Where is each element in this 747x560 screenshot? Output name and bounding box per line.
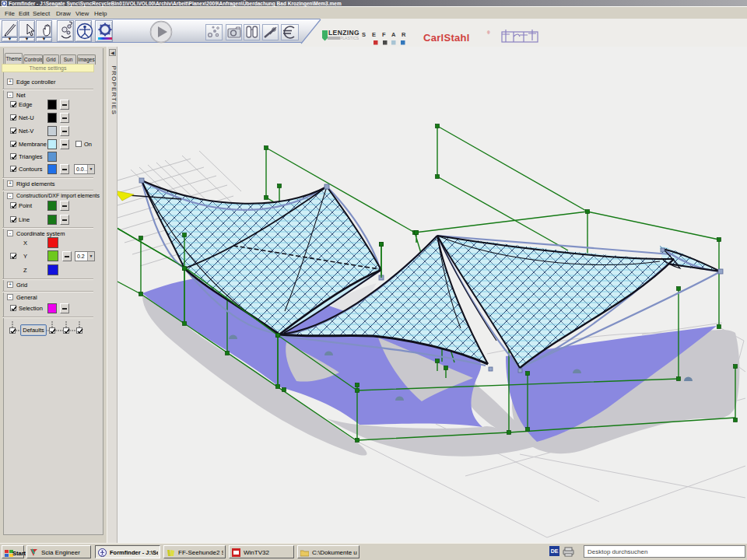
svg-text:®: ®: [487, 30, 490, 35]
svg-text:F: F: [382, 31, 386, 38]
svg-text:A: A: [391, 31, 396, 38]
svg-text:CarlStahl: CarlStahl: [423, 32, 470, 44]
svg-text:PLASTICS: PLASTICS: [340, 36, 359, 40]
svg-text:E: E: [372, 31, 376, 38]
svg-text:R: R: [402, 31, 406, 38]
svg-text:S: S: [362, 31, 366, 38]
